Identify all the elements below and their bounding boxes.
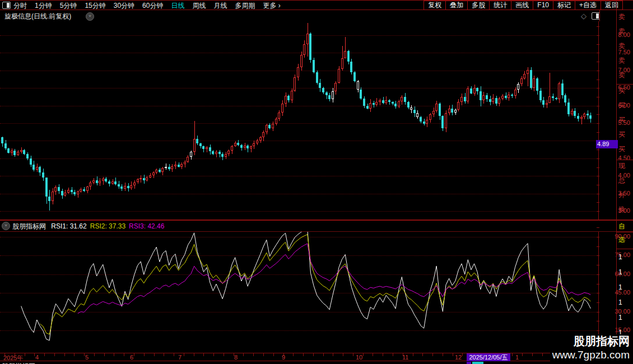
chevron-down-icon[interactable]: ˅ [86,12,94,21]
candlestick-plot[interactable] [0,21,597,220]
period-tab-8[interactable]: 月线 [213,1,227,11]
side-strip-item[interactable]: 卖 [618,56,625,66]
rsi-plot[interactable] [0,232,597,353]
side-strip-item[interactable]: 1 [618,253,622,261]
candle [363,99,365,106]
side-strip-item[interactable]: 买 [618,130,625,139]
time-tick [54,353,55,356]
side-panel-cut-strip[interactable]: 卖卖卖卖卖买买买买买现总外换自选1111111 [617,10,633,364]
diamond-icon[interactable]: ◇ [581,12,587,20]
side-strip-item[interactable]: 卖 [618,41,625,51]
candle [546,103,548,105]
price-gridline [0,53,597,53]
time-tick [542,353,543,356]
candle [338,69,340,83]
candle [520,78,523,84]
price-gridline [0,176,597,176]
side-strip-item[interactable]: 1 [618,268,622,276]
side-strip-item[interactable]: 买 [618,86,625,96]
side-strip-item[interactable]: 买 [618,115,625,125]
period-tab-0[interactable]: 分时 [13,1,27,11]
candle [187,157,189,162]
action-button-1[interactable]: 叠加 [445,1,468,10]
action-button-8[interactable]: 返回 [601,1,623,10]
side-strip-item[interactable]: 买 [618,101,625,110]
side-strip-item[interactable]: 总 [618,176,625,185]
candle [118,184,120,186]
candle [398,101,400,106]
watermark: 股朋指标网 www.7gpzb.com [550,334,633,364]
period-tab-9[interactable]: 多周期 [235,1,255,11]
title-row: 旋极信息(日线.前复权) ˅ ◇ [0,10,633,21]
period-tab-4[interactable]: 30分钟 [114,1,134,11]
watermark-url: www.7gpzb.com [550,348,630,362]
candle [237,143,239,145]
candle [193,139,196,152]
period-tab-7[interactable]: 周线 [192,1,206,11]
side-strip-item[interactable]: 买 [618,144,625,154]
side-strip-item[interactable]: 1 [618,314,622,321]
candle [61,191,63,195]
action-button-5[interactable]: F10 [533,1,553,10]
action-button-7[interactable]: +自选 [575,1,601,10]
side-strip-item[interactable]: 1 [618,283,622,291]
candle [146,178,148,180]
app-window-icon[interactable] [2,2,11,9]
time-tick [243,353,244,356]
candle [266,125,268,132]
candle [80,189,82,192]
time-tick [522,353,523,356]
candle [379,100,381,102]
side-strip-item[interactable]: 自 [618,222,625,231]
candle [130,185,132,188]
side-strip-item[interactable]: 卖 [618,27,625,36]
side-strip-item[interactable]: 换 [618,205,625,214]
candle [536,78,538,91]
candle [514,90,516,96]
side-strip-item[interactable]: 外 [618,190,625,200]
chevron-down-icon[interactable]: ˅ [2,222,10,230]
period-tab-1[interactable]: 1分钟 [35,1,52,11]
action-button-3[interactable]: 统计 [489,1,511,10]
candle [30,158,32,165]
period-tab-10[interactable]: 更多 › [263,1,280,11]
rsi-value-RSI1: RSI1: 31.62 [51,222,86,230]
side-strip-item[interactable]: 卖 [618,12,625,22]
candle [231,146,233,151]
side-strip-item[interactable]: 选 [618,235,625,245]
panel-toggle-icon[interactable] [592,12,600,20]
action-button-2[interactable]: 多股 [467,1,490,10]
side-strip-item[interactable]: 1 [618,298,622,306]
time-tick [343,353,343,356]
divider [599,10,600,21]
candle [184,162,186,164]
time-tick [532,353,533,356]
candle [303,44,305,55]
time-tick [134,353,134,356]
candle [373,103,375,105]
action-button-4[interactable]: 画线 [511,1,533,10]
candle [127,186,129,188]
time-tick [273,353,274,356]
action-button-6[interactable]: 标记 [553,1,575,10]
candle [234,143,236,146]
time-tick [432,353,433,356]
candle [89,183,91,187]
candle [454,110,457,113]
side-strip-item[interactable]: 现 [618,161,625,171]
time-tick [124,353,124,356]
month-label-8: 8 [234,354,238,361]
period-tab-3[interactable]: 15分钟 [85,1,105,11]
indicator-source-label[interactable]: 股朋指标网 [12,222,46,230]
price-gridline [0,123,597,124]
action-button-0[interactable]: 复权 [423,1,446,10]
candle [108,181,110,184]
period-tab-2[interactable]: 5分钟 [60,1,77,11]
period-tab-6[interactable]: 日线 [171,1,184,11]
side-strip-item[interactable]: 卖 [618,71,625,80]
month-label-2025年: 2025年 [3,354,23,362]
candle [297,67,299,78]
candle [294,77,296,91]
candle [36,167,38,170]
period-tab-5[interactable]: 60分钟 [142,1,163,11]
